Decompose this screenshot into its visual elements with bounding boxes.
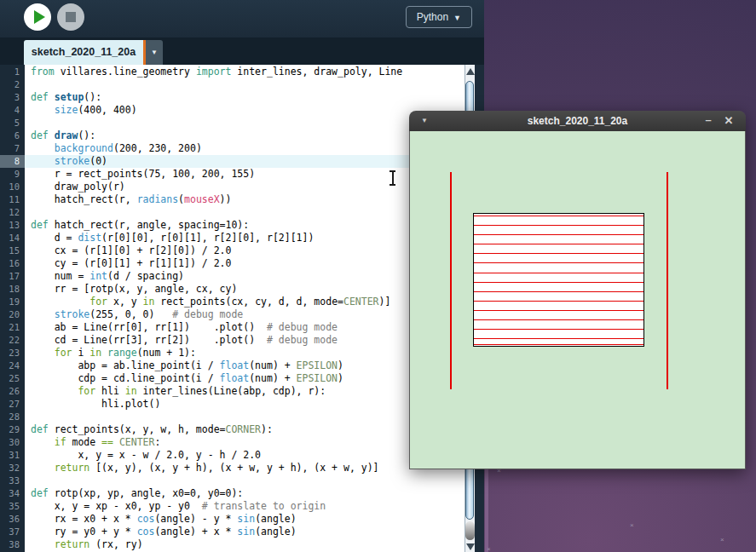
chevron-down-icon: ▼: [151, 49, 158, 56]
code-line[interactable]: 15 cx = (r[1][0] + r[2][0]) / 2.0: [0, 244, 465, 257]
line-number: 3: [0, 91, 25, 104]
line-number: 22: [0, 334, 25, 347]
code-line[interactable]: 5: [0, 117, 465, 129]
code-line[interactable]: 7 background(200, 230, 200): [0, 142, 465, 155]
code-line[interactable]: 36 rx = x0 + x * cos(angle) - y * sin(an…: [0, 513, 465, 526]
line-number: 7: [0, 142, 25, 155]
code-line[interactable]: 37 ry = y0 + y * cos(angle) + x * sin(an…: [0, 526, 465, 538]
code-text: stroke(255, 0, 0) # debug mode: [31, 308, 243, 321]
scroll-up-icon[interactable]: [466, 68, 475, 75]
code-line[interactable]: 12: [0, 206, 465, 219]
code-text: for x, y in rect_points(cx, cy, d, d, mo…: [31, 296, 390, 308]
code-line[interactable]: 34def rotp(xp, yp, angle, x0=0, y0=0):: [0, 487, 465, 500]
scroll-down-icon[interactable]: [466, 543, 475, 550]
code-line[interactable]: 32 return [(x, y), (x, y + h), (x + w, y…: [0, 462, 465, 474]
code-line[interactable]: 33: [0, 474, 465, 487]
line-number: 6: [0, 129, 25, 142]
hatch-line: [474, 291, 643, 292]
line-number: 34: [0, 487, 25, 500]
hatch-line: [474, 262, 643, 263]
code-text: for hli in inter_lines(Line(abp, cdp), r…: [31, 385, 326, 398]
hatch-line: [474, 282, 643, 283]
hatch-line: [474, 301, 643, 302]
code-line[interactable]: 1from villares.line_geometry import inte…: [0, 66, 465, 78]
hatch-line: [474, 319, 643, 320]
code-line[interactable]: 18 rr = [rotp(x, y, angle, cx, cy): [0, 283, 465, 296]
code-line[interactable]: 22 cd = Line(rr[3], rr[2]) .plot() # deb…: [0, 334, 465, 347]
line-number: 14: [0, 232, 25, 244]
line-number: 13: [0, 219, 25, 232]
code-line[interactable]: 4 size(400, 400): [0, 104, 465, 117]
code-line[interactable]: 28: [0, 411, 465, 423]
sketch-window: ▼ sketch_2020_11_20a – ✕: [409, 111, 746, 469]
line-number: 4: [0, 104, 25, 117]
code-text: cd = Line(rr[3], rr[2]) .plot() # debug …: [31, 334, 338, 347]
code-line[interactable]: 21 ab = Line(rr[0], rr[1]) .plot() # deb…: [0, 321, 465, 334]
code-line[interactable]: 14 d = dist(r[0][0], r[0][1], r[2][0], r…: [0, 232, 465, 244]
code-line[interactable]: 2: [0, 78, 465, 91]
code-line[interactable]: 24 abp = ab.line_point(i / float(num) + …: [0, 359, 465, 372]
line-number: 30: [0, 436, 25, 449]
line-number: 9: [0, 168, 25, 181]
close-button[interactable]: ✕: [722, 111, 736, 131]
minimize-button[interactable]: –: [701, 111, 715, 131]
line-number: 32: [0, 462, 25, 474]
tab-label: sketch_2020_11_20a: [32, 46, 136, 58]
code-text: x, y = x - w / 2.0, y - h / 2.0: [31, 449, 261, 462]
line-number: 33: [0, 474, 25, 487]
code-text: if mode == CENTER:: [31, 436, 160, 449]
line-number: 20: [0, 308, 25, 321]
code-line[interactable]: 38 return (rx, ry): [0, 538, 465, 551]
line-number: 37: [0, 526, 25, 538]
stop-button[interactable]: [57, 3, 84, 31]
scrollbar-knob[interactable]: [465, 521, 475, 540]
code-line[interactable]: 30 if mode == CENTER:: [0, 436, 465, 449]
code-text: hli.plot(): [31, 398, 160, 411]
tab-dropdown-button[interactable]: ▼: [146, 40, 163, 65]
sketch-titlebar[interactable]: ▼ sketch_2020_11_20a – ✕: [409, 111, 746, 131]
code-area[interactable]: 1from villares.line_geometry import inte…: [0, 66, 465, 551]
line-number: 36: [0, 513, 25, 526]
code-text: def hatch_rect(r, angle, spacing=10):: [31, 219, 249, 232]
line-number: 17: [0, 270, 25, 283]
run-button[interactable]: [24, 3, 51, 31]
code-line[interactable]: 26 for hli in inter_lines(Line(abp, cdp)…: [0, 385, 465, 398]
code-text: ab = Line(rr[0], rr[1]) .plot() # debug …: [31, 321, 338, 334]
tab-sketch[interactable]: sketch_2020_11_20a: [24, 40, 143, 65]
mode-selector-button[interactable]: Python▼: [406, 6, 472, 28]
code-line[interactable]: 23 for i in range(num + 1):: [0, 347, 465, 359]
code-text: cdp = cd.line_point(i / float(num) + EPS…: [31, 372, 343, 385]
code-line[interactable]: 8 stroke(0): [0, 155, 465, 168]
code-line[interactable]: 16 cy = (r[0][1] + r[1][1]) / 2.0: [0, 257, 465, 270]
code-line[interactable]: 6def draw():: [0, 129, 465, 142]
line-number: 28: [0, 411, 25, 423]
code-text: from villares.line_geometry import inter…: [31, 66, 402, 78]
code-line[interactable]: 17 num = int(d / spacing): [0, 270, 465, 283]
line-number: 12: [0, 206, 25, 219]
code-text: ry = y0 + y * cos(angle) + x * sin(angle…: [31, 526, 297, 538]
code-line[interactable]: 11 hatch_rect(r, radians(mouseX)): [0, 193, 465, 206]
code-line[interactable]: 25 cdp = cd.line_point(i / float(num) + …: [0, 372, 465, 385]
line-number: 38: [0, 538, 25, 551]
code-line[interactable]: 35 x, y = xp - x0, yp - y0 # translate t…: [0, 500, 465, 513]
code-line[interactable]: 29def rect_points(x, y, w, h, mode=CORNE…: [0, 423, 465, 436]
line-number: 16: [0, 257, 25, 270]
code-line[interactable]: 3def setup():: [0, 91, 465, 104]
code-editor[interactable]: 1from villares.line_geometry import inte…: [0, 65, 475, 552]
code-line[interactable]: 27 hli.plot(): [0, 398, 465, 411]
line-number: 15: [0, 244, 25, 257]
code-text: return [(x, y), (x, y + h), (x + w, y + …: [31, 462, 379, 474]
line-number: 23: [0, 347, 25, 359]
hatch-line: [474, 253, 643, 254]
wallpaper-light-band: [485, 469, 488, 552]
hatched-rect: [473, 213, 644, 347]
code-text: r = rect_points(75, 100, 200, 155): [31, 168, 255, 181]
code-line[interactable]: 13def hatch_rect(r, angle, spacing=10):: [0, 219, 465, 232]
code-text: def rect_points(x, y, w, h, mode=CORNER)…: [31, 423, 273, 436]
code-line[interactable]: 31 x, y = x - w / 2.0, y - h / 2.0: [0, 449, 465, 462]
code-text: d = dist(r[0][0], r[0][1], r[2][0], r[2]…: [31, 232, 314, 244]
code-line[interactable]: 20 stroke(255, 0, 0) # debug mode: [0, 308, 465, 321]
code-line[interactable]: 19 for x, y in rect_points(cx, cy, d, d,…: [0, 296, 465, 308]
line-number: 24: [0, 359, 25, 372]
line-number: 11: [0, 193, 25, 206]
